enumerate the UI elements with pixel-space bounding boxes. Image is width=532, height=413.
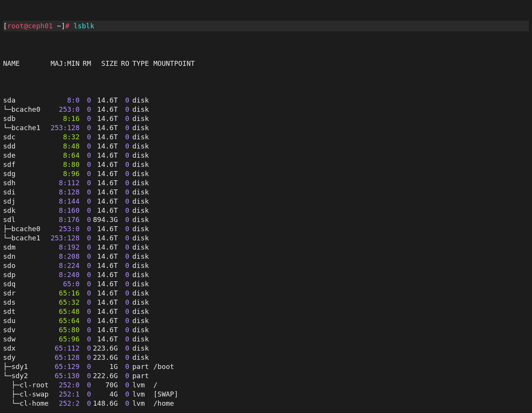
cell-mnt	[150, 233, 529, 243]
cell-type: disk	[129, 289, 150, 298]
cell-ro: 0	[118, 215, 129, 224]
cell-rm: 0	[80, 325, 91, 335]
cell-maj: 8:208	[49, 252, 80, 261]
cell-size: 14.6T	[91, 325, 118, 335]
cell-type: lvm	[129, 390, 150, 399]
cell-ro: 0	[118, 279, 129, 289]
cell-maj: 65:16	[49, 289, 80, 298]
cell-ro: 0	[118, 142, 129, 151]
cell-ro: 0	[118, 261, 129, 270]
cell-name: └─bcache1	[3, 123, 49, 132]
cell-name: sdh	[3, 178, 49, 188]
cell-ro: 0	[118, 298, 129, 307]
cell-size: 4G	[91, 390, 118, 399]
cell-mnt	[150, 307, 529, 316]
cell-ro: 0	[118, 243, 129, 252]
table-row: └─bcache1253:128014.6T0disk	[3, 233, 529, 243]
cell-name: sdo	[3, 261, 49, 270]
cell-ro: 0	[118, 114, 129, 123]
cell-mnt	[150, 243, 529, 252]
cell-maj: 8:0	[49, 96, 80, 105]
cell-size: 14.6T	[91, 132, 118, 142]
cell-mnt	[150, 206, 529, 215]
cell-name: ├─cl-swap	[3, 390, 49, 399]
cell-mnt	[150, 325, 529, 335]
cell-ro: 0	[118, 307, 129, 316]
cell-type: lvm	[129, 399, 150, 408]
cell-ro: 0	[118, 270, 129, 279]
cell-rm: 0	[80, 215, 91, 224]
cell-type: disk	[129, 132, 150, 142]
table-row: sdl8:1760894.3G0disk	[3, 215, 529, 224]
cell-ro: 0	[118, 169, 129, 178]
cell-maj: 65:96	[49, 335, 80, 344]
cell-maj: 8:16	[49, 114, 80, 123]
cell-ro: 0	[118, 399, 129, 408]
cell-name: sdg	[3, 169, 49, 178]
cell-rm: 0	[80, 169, 91, 178]
cell-ro: 0	[118, 197, 129, 206]
cell-name: sdf	[3, 160, 49, 169]
cell-mnt: /boot	[150, 362, 529, 371]
cell-rm: 0	[80, 399, 91, 408]
cell-type: disk	[129, 215, 150, 224]
table-row: sdw65:96014.6T0disk	[3, 335, 529, 344]
cell-name: sdn	[3, 252, 49, 261]
cell-ro: 0	[118, 123, 129, 132]
cell-mnt	[150, 252, 529, 261]
cell-mnt: /	[150, 380, 529, 390]
cell-size: 14.6T	[91, 188, 118, 197]
cell-name: sdx	[3, 344, 49, 353]
cell-rm: 0	[80, 380, 91, 390]
table-row: sdj8:144014.6T0disk	[3, 197, 529, 206]
table-row: sdf8:80014.6T0disk	[3, 160, 529, 169]
cell-rm: 0	[80, 243, 91, 252]
prompt-hash: #	[65, 22, 74, 30]
cell-rm: 0	[80, 96, 91, 105]
cell-name: sdi	[3, 188, 49, 197]
prompt-command[interactable]: lsblk	[73, 22, 94, 30]
cell-maj: 8:176	[49, 215, 80, 224]
cell-type: part	[129, 371, 150, 380]
cell-size: 14.6T	[91, 243, 118, 252]
prompt-cwd: ~	[53, 22, 61, 30]
cell-size: 14.6T	[91, 206, 118, 215]
cell-rm: 0	[80, 224, 91, 233]
cell-name: ├─sdy1	[3, 362, 49, 371]
cell-rm: 0	[80, 270, 91, 279]
terminal[interactable]: [root@ceph01 ~]# lsblk NAME MAJ:MIN RM S…	[0, 0, 532, 413]
cell-maj: 253:0	[49, 105, 80, 114]
cell-rm: 0	[80, 233, 91, 243]
cell-ro: 0	[118, 289, 129, 298]
cell-name: sdu	[3, 316, 49, 325]
cell-mnt	[150, 96, 529, 105]
cell-name: sdc	[3, 132, 49, 142]
cell-type: disk	[129, 353, 150, 362]
table-row: sdh8:112014.6T0disk	[3, 178, 529, 188]
cell-size: 14.6T	[91, 160, 118, 169]
cell-ro: 0	[118, 160, 129, 169]
cell-mnt	[150, 169, 529, 178]
cell-maj: 253:128	[49, 123, 80, 132]
cell-maj: 8:128	[49, 188, 80, 197]
cell-maj: 65:112	[49, 344, 80, 353]
cell-ro: 0	[118, 390, 129, 399]
cell-rm: 0	[80, 188, 91, 197]
cell-ro: 0	[118, 353, 129, 362]
hdr-size: SIZE	[91, 59, 118, 68]
cell-type: disk	[129, 114, 150, 123]
cell-type: disk	[129, 252, 150, 261]
hdr-rm: RM	[80, 59, 91, 68]
cell-size: 14.6T	[91, 197, 118, 206]
cell-rm: 0	[80, 206, 91, 215]
cell-name: sdk	[3, 206, 49, 215]
cell-ro: 0	[118, 151, 129, 160]
cell-rm: 0	[80, 123, 91, 132]
cell-mnt	[150, 132, 529, 142]
cell-mnt	[150, 188, 529, 197]
cell-maj: 65:80	[49, 325, 80, 335]
cell-mnt	[150, 344, 529, 353]
cell-name: sde	[3, 151, 49, 160]
cell-maj: 65:129	[49, 362, 80, 371]
cell-mnt	[150, 371, 529, 380]
